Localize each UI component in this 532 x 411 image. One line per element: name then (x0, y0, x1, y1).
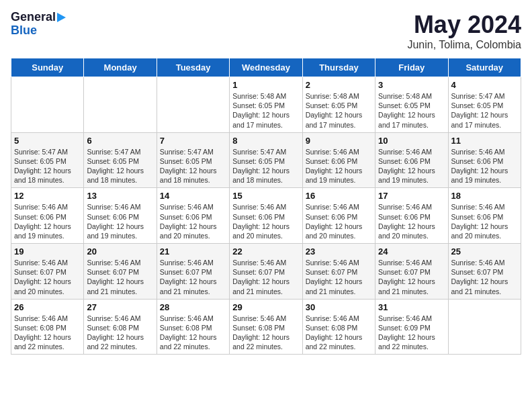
calendar-cell: 16Sunrise: 5:46 AM Sunset: 6:06 PM Dayli… (302, 188, 375, 244)
week-row-2: 5Sunrise: 5:47 AM Sunset: 6:05 PM Daylig… (11, 132, 521, 188)
day-number: 16 (306, 191, 372, 201)
logo: General Blue (11, 11, 66, 38)
day-header-thursday: Thursday (302, 58, 375, 77)
day-info: Sunrise: 5:46 AM Sunset: 6:07 PM Dayligh… (87, 258, 153, 296)
day-number: 17 (378, 191, 445, 201)
day-number: 19 (14, 246, 81, 257)
calendar-cell: 28Sunrise: 5:46 AM Sunset: 6:08 PM Dayli… (157, 299, 229, 355)
calendar-cell: 18Sunrise: 5:46 AM Sunset: 6:06 PM Dayli… (448, 188, 521, 244)
calendar-body: 1Sunrise: 5:48 AM Sunset: 6:05 PM Daylig… (11, 77, 521, 355)
day-info: Sunrise: 5:46 AM Sunset: 6:07 PM Dayligh… (378, 258, 445, 296)
calendar-cell (157, 77, 229, 133)
day-header-sunday: Sunday (11, 58, 84, 77)
day-header-tuesday: Tuesday (157, 58, 229, 77)
calendar-cell: 10Sunrise: 5:46 AM Sunset: 6:06 PM Dayli… (375, 132, 448, 188)
day-info: Sunrise: 5:46 AM Sunset: 6:06 PM Dayligh… (87, 202, 153, 240)
day-number: 28 (160, 302, 226, 312)
day-number: 14 (160, 191, 226, 201)
day-number: 15 (232, 191, 299, 201)
day-info: Sunrise: 5:46 AM Sunset: 6:06 PM Dayligh… (14, 202, 81, 240)
day-info: Sunrise: 5:46 AM Sunset: 6:07 PM Dayligh… (14, 258, 81, 296)
calendar-cell: 26Sunrise: 5:46 AM Sunset: 6:08 PM Dayli… (11, 299, 84, 355)
calendar-cell: 8Sunrise: 5:47 AM Sunset: 6:05 PM Daylig… (230, 132, 302, 188)
calendar-cell: 20Sunrise: 5:46 AM Sunset: 6:07 PM Dayli… (84, 244, 157, 300)
days-of-week-row: SundayMondayTuesdayWednesdayThursdayFrid… (11, 58, 521, 77)
calendar-cell: 27Sunrise: 5:46 AM Sunset: 6:08 PM Dayli… (84, 299, 157, 355)
day-number: 27 (87, 302, 153, 312)
day-info: Sunrise: 5:46 AM Sunset: 6:06 PM Dayligh… (306, 202, 372, 240)
day-info: Sunrise: 5:47 AM Sunset: 6:05 PM Dayligh… (160, 147, 226, 185)
calendar-cell: 23Sunrise: 5:46 AM Sunset: 6:07 PM Dayli… (302, 244, 375, 300)
day-header-wednesday: Wednesday (230, 58, 302, 77)
day-info: Sunrise: 5:46 AM Sunset: 6:06 PM Dayligh… (232, 202, 299, 240)
calendar-cell: 4Sunrise: 5:47 AM Sunset: 6:05 PM Daylig… (448, 77, 521, 133)
day-info: Sunrise: 5:46 AM Sunset: 6:08 PM Dayligh… (306, 314, 372, 352)
calendar-cell: 24Sunrise: 5:46 AM Sunset: 6:07 PM Dayli… (375, 244, 448, 300)
day-info: Sunrise: 5:46 AM Sunset: 6:07 PM Dayligh… (160, 258, 226, 296)
day-number: 25 (451, 246, 518, 257)
calendar-cell (84, 77, 157, 133)
logo-triangle-icon (57, 13, 66, 22)
day-info: Sunrise: 5:47 AM Sunset: 6:05 PM Dayligh… (14, 147, 81, 185)
day-info: Sunrise: 5:46 AM Sunset: 6:07 PM Dayligh… (451, 258, 518, 296)
day-info: Sunrise: 5:46 AM Sunset: 6:06 PM Dayligh… (306, 147, 372, 185)
calendar-cell: 21Sunrise: 5:46 AM Sunset: 6:07 PM Dayli… (157, 244, 229, 300)
day-number: 24 (378, 246, 445, 257)
day-info: Sunrise: 5:46 AM Sunset: 6:07 PM Dayligh… (232, 258, 299, 296)
day-header-saturday: Saturday (448, 58, 521, 77)
calendar-cell: 7Sunrise: 5:47 AM Sunset: 6:05 PM Daylig… (157, 132, 229, 188)
day-info: Sunrise: 5:48 AM Sunset: 6:05 PM Dayligh… (378, 91, 445, 130)
calendar-cell: 25Sunrise: 5:46 AM Sunset: 6:07 PM Dayli… (448, 244, 521, 300)
day-info: Sunrise: 5:46 AM Sunset: 6:06 PM Dayligh… (378, 202, 445, 240)
day-number: 31 (378, 302, 445, 312)
calendar-cell: 13Sunrise: 5:46 AM Sunset: 6:06 PM Dayli… (84, 188, 157, 244)
day-number: 2 (306, 80, 372, 90)
day-info: Sunrise: 5:46 AM Sunset: 6:07 PM Dayligh… (306, 258, 372, 296)
calendar-cell: 30Sunrise: 5:46 AM Sunset: 6:08 PM Dayli… (302, 299, 375, 355)
calendar-cell: 22Sunrise: 5:46 AM Sunset: 6:07 PM Dayli… (230, 244, 302, 300)
day-number: 30 (306, 302, 372, 312)
week-row-5: 26Sunrise: 5:46 AM Sunset: 6:08 PM Dayli… (11, 299, 521, 355)
calendar-cell: 31Sunrise: 5:46 AM Sunset: 6:09 PM Dayli… (375, 299, 448, 355)
calendar-cell: 29Sunrise: 5:46 AM Sunset: 6:08 PM Dayli… (230, 299, 302, 355)
day-number: 13 (87, 191, 153, 201)
day-number: 4 (451, 80, 518, 90)
day-number: 21 (160, 246, 226, 257)
day-number: 12 (14, 191, 81, 201)
calendar-header: SundayMondayTuesdayWednesdayThursdayFrid… (11, 58, 521, 77)
page-header: General Blue May 2024 Junin, Tolima, Col… (11, 11, 521, 51)
day-number: 23 (306, 246, 372, 257)
day-number: 29 (232, 302, 299, 312)
calendar-cell: 3Sunrise: 5:48 AM Sunset: 6:05 PM Daylig… (375, 77, 448, 133)
day-info: Sunrise: 5:48 AM Sunset: 6:05 PM Dayligh… (306, 91, 372, 130)
day-info: Sunrise: 5:46 AM Sunset: 6:06 PM Dayligh… (451, 202, 518, 240)
calendar-cell: 11Sunrise: 5:46 AM Sunset: 6:06 PM Dayli… (448, 132, 521, 188)
day-info: Sunrise: 5:46 AM Sunset: 6:08 PM Dayligh… (87, 314, 153, 352)
week-row-1: 1Sunrise: 5:48 AM Sunset: 6:05 PM Daylig… (11, 77, 521, 133)
day-number: 1 (232, 80, 299, 90)
calendar-cell: 14Sunrise: 5:46 AM Sunset: 6:06 PM Dayli… (157, 188, 229, 244)
calendar-cell: 9Sunrise: 5:46 AM Sunset: 6:06 PM Daylig… (302, 132, 375, 188)
day-header-friday: Friday (375, 58, 448, 77)
calendar-cell (11, 77, 84, 133)
calendar-cell (448, 299, 521, 355)
calendar-cell: 1Sunrise: 5:48 AM Sunset: 6:05 PM Daylig… (230, 77, 302, 133)
day-number: 11 (451, 136, 518, 146)
calendar-cell: 15Sunrise: 5:46 AM Sunset: 6:06 PM Dayli… (230, 188, 302, 244)
logo-blue-text: Blue (11, 24, 66, 38)
day-number: 26 (14, 302, 81, 312)
day-number: 20 (87, 246, 153, 257)
day-number: 7 (160, 136, 226, 146)
day-number: 18 (451, 191, 518, 201)
main-title: May 2024 (407, 11, 521, 39)
day-number: 9 (306, 136, 372, 146)
day-header-monday: Monday (84, 58, 157, 77)
week-row-3: 12Sunrise: 5:46 AM Sunset: 6:06 PM Dayli… (11, 188, 521, 244)
calendar-cell: 5Sunrise: 5:47 AM Sunset: 6:05 PM Daylig… (11, 132, 84, 188)
day-info: Sunrise: 5:47 AM Sunset: 6:05 PM Dayligh… (87, 147, 153, 185)
day-number: 8 (232, 136, 299, 146)
day-info: Sunrise: 5:46 AM Sunset: 6:06 PM Dayligh… (160, 202, 226, 240)
day-number: 22 (232, 246, 299, 257)
logo-general-text: General (11, 11, 56, 24)
day-number: 3 (378, 80, 445, 90)
